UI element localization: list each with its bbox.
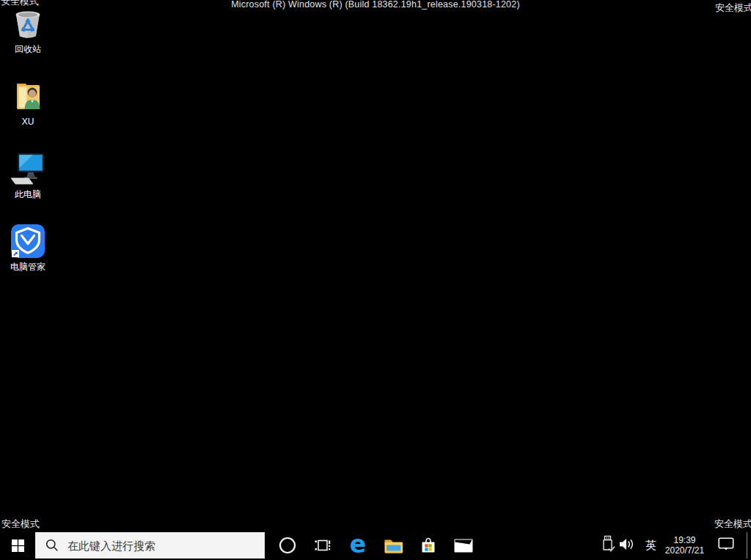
recycle-bin-icon <box>11 4 45 41</box>
desktop-icon-column: 回收站 XU <box>0 4 56 295</box>
cortana-icon <box>279 537 296 554</box>
clock-time: 19:39 <box>664 535 706 545</box>
this-pc-icon <box>9 150 47 186</box>
desktop-icon-recycle-bin[interactable]: 回收站 <box>0 4 56 54</box>
safe-mode-label-bottom-right: 安全模式 <box>714 517 751 531</box>
desktop: 安全模式 安全模式 安全模式 安全模式 Microsoft (R) Window… <box>0 0 751 560</box>
mail-icon <box>454 539 473 553</box>
user-folder-icon <box>11 77 45 114</box>
desktop-icon-user-folder[interactable]: XU <box>0 77 56 127</box>
search-input[interactable] <box>66 539 264 553</box>
clock[interactable]: 19:39 2020/7/21 <box>664 535 706 556</box>
edge-button[interactable]: e <box>340 531 376 560</box>
safe-mode-label-bottom-left: 安全模式 <box>1 517 40 531</box>
volume-tray-icon[interactable] <box>619 538 635 553</box>
cortana-button[interactable] <box>270 531 305 560</box>
desktop-icon-this-pc[interactable]: 此电脑 <box>0 150 56 199</box>
taskbar-search-box[interactable] <box>35 532 265 559</box>
desktop-icon-pc-manager[interactable]: 电脑管家 <box>0 222 56 272</box>
file-explorer-button[interactable] <box>376 531 411 560</box>
clock-date: 2020/7/21 <box>664 545 706 556</box>
task-view-icon <box>314 537 331 554</box>
ime-language-indicator[interactable]: 英 <box>645 539 656 553</box>
system-tray: 英 19:39 2020/7/21 <box>600 531 751 560</box>
usb-device-tray-icon[interactable] <box>600 535 615 556</box>
desktop-icon-label: 回收站 <box>15 44 41 54</box>
mail-button[interactable] <box>446 531 481 560</box>
action-center-icon <box>718 537 735 551</box>
action-center-button[interactable] <box>718 537 735 554</box>
file-explorer-icon <box>384 537 403 554</box>
task-view-button[interactable] <box>305 531 340 560</box>
desktop-icon-label: XU <box>22 117 34 127</box>
edge-icon: e <box>350 532 366 556</box>
windows-build-text: Microsoft (R) Windows (R) (Build 18362.1… <box>0 0 751 10</box>
desktop-icon-label: 此电脑 <box>15 189 41 199</box>
taskbar-app-buttons: e <box>270 531 481 560</box>
windows-logo-icon <box>12 539 24 552</box>
taskbar: e <box>0 531 751 560</box>
start-button[interactable] <box>0 531 35 560</box>
show-desktop-button[interactable] <box>747 531 751 560</box>
search-icon <box>45 539 59 552</box>
microsoft-store-icon <box>420 537 437 555</box>
pc-manager-icon <box>10 222 45 259</box>
store-button[interactable] <box>411 531 446 560</box>
desktop-icon-label: 电脑管家 <box>10 262 45 272</box>
